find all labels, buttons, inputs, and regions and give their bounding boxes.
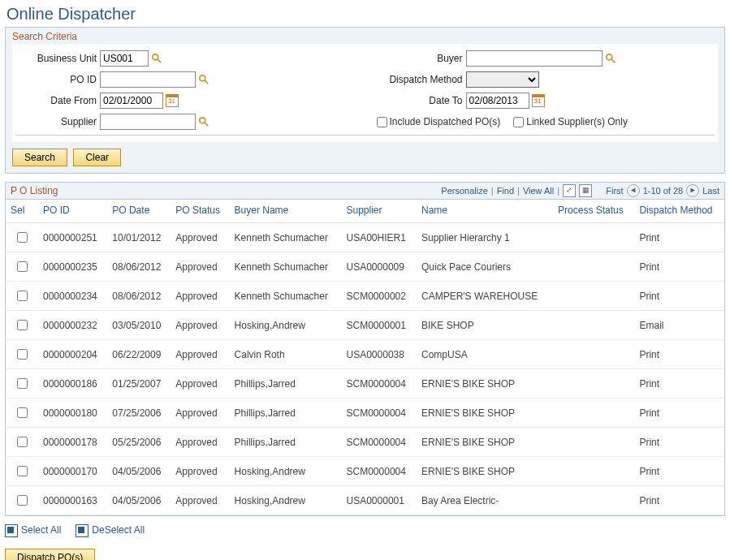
cell-po-id: 0000000186 (38, 369, 107, 398)
date-to-input[interactable] (466, 93, 529, 109)
po-id-label: PO ID (15, 74, 100, 85)
cell-supplier: SCM0000004 (342, 428, 417, 457)
cell-process-status (553, 457, 634, 486)
cell-po-id: 0000000178 (38, 428, 107, 457)
cell-process-status (553, 369, 634, 398)
cell-po-date: 04/05/2006 (107, 486, 171, 515)
cell-name: ERNIE'S BIKE SHOP (417, 369, 553, 398)
find-link[interactable]: Find (497, 186, 514, 196)
first-label[interactable]: First (606, 186, 623, 196)
lookup-icon[interactable] (198, 116, 209, 127)
last-label[interactable]: Last (702, 186, 719, 196)
table-row: 000000025110/01/2012ApprovedKenneth Schu… (6, 223, 724, 252)
row-select-checkbox[interactable] (17, 495, 28, 506)
next-icon[interactable]: ► (686, 184, 699, 197)
col-dispatch-method[interactable]: Dispatch Method (634, 200, 724, 223)
view-all-link[interactable]: View All (523, 186, 554, 196)
supplier-input[interactable] (100, 114, 196, 130)
cell-buyer-name: Kenneth Schumacher (230, 252, 342, 282)
page-title: Online Dispatcher (6, 5, 725, 24)
lookup-icon[interactable] (198, 74, 209, 85)
dispatch-method-label: Dispatch Method (365, 74, 466, 85)
cell-buyer-name: Calvin Roth (230, 340, 342, 369)
deselect-all-icon (76, 524, 89, 537)
include-dispatched-checkbox[interactable] (377, 117, 387, 127)
cell-supplier: SCM0000004 (342, 457, 417, 486)
cell-process-status (553, 340, 634, 369)
row-select-checkbox[interactable] (17, 466, 28, 476)
dispatch-pos-button[interactable]: Dispatch PO(s) (5, 549, 95, 560)
cell-dispatch-method: Print (634, 340, 724, 369)
row-select-checkbox[interactable] (17, 349, 28, 360)
zoom-icon[interactable]: ⤢ (563, 184, 576, 197)
cell-supplier: USA0000001 (342, 486, 417, 515)
row-select-checkbox[interactable] (17, 320, 28, 330)
cell-buyer-name: Kenneth Schumacher (230, 282, 342, 311)
cell-dispatch-method: Print (634, 282, 724, 311)
personalize-link[interactable]: Personalize (441, 186, 487, 196)
col-supplier[interactable]: Supplier (342, 200, 417, 223)
cell-process-status (553, 252, 634, 282)
cell-po-status: Approved (171, 486, 229, 515)
lookup-icon[interactable] (151, 53, 162, 64)
svg-line-7 (205, 123, 208, 126)
cell-po-status: Approved (171, 369, 229, 398)
cell-process-status (553, 223, 634, 252)
cell-name: ERNIE'S BIKE SHOP (417, 457, 553, 486)
col-process-status[interactable]: Process Status (553, 200, 634, 223)
grid-icon[interactable]: ▦ (579, 184, 592, 197)
cell-po-date: 03/05/2010 (107, 311, 171, 340)
row-select-checkbox[interactable] (17, 378, 28, 389)
date-from-input[interactable] (100, 93, 163, 109)
cell-po-date: 08/06/2012 (107, 282, 171, 311)
deselect-all-link[interactable]: DeSelect All (76, 524, 145, 537)
col-buyer-name[interactable]: Buyer Name (230, 200, 342, 223)
cell-po-id: 0000000251 (38, 223, 107, 252)
lookup-icon[interactable] (605, 53, 616, 64)
po-listing-panel: P O Listing Personalize | Find | View Al… (5, 182, 725, 516)
table-row: 000000020406/22/2009ApprovedCalvin RothU… (6, 340, 724, 369)
calendar-icon[interactable] (532, 94, 545, 107)
cell-supplier: USA0000009 (342, 252, 417, 282)
search-button[interactable]: Search (12, 149, 67, 166)
row-select-checkbox[interactable] (17, 291, 28, 301)
cell-supplier: SCM0000002 (342, 282, 417, 311)
supplier-label: Supplier (15, 116, 100, 127)
col-name[interactable]: Name (417, 200, 553, 223)
select-all-icon (5, 524, 18, 537)
cell-po-id: 0000000204 (38, 340, 107, 369)
dispatch-method-select[interactable] (466, 71, 539, 88)
select-all-link[interactable]: Select All (5, 524, 61, 537)
cell-po-status: Approved (171, 340, 229, 369)
row-select-checkbox[interactable] (17, 437, 28, 447)
svg-point-6 (200, 118, 205, 123)
cell-process-status (553, 398, 634, 428)
row-select-checkbox[interactable] (17, 261, 28, 272)
table-row: 000000017805/25/2006ApprovedPhillips,Jar… (6, 428, 724, 457)
business-unit-input[interactable] (100, 50, 149, 67)
clear-button[interactable]: Clear (73, 149, 121, 166)
cell-po-status: Approved (171, 457, 229, 486)
cell-dispatch-method: Print (634, 486, 724, 515)
cell-supplier: USA0000038 (342, 340, 417, 369)
cell-dispatch-method: Print (634, 428, 724, 457)
cell-dispatch-method: Print (634, 457, 724, 486)
table-row: 000000023408/06/2012ApprovedKenneth Schu… (6, 282, 724, 311)
row-select-checkbox[interactable] (17, 407, 28, 418)
buyer-input[interactable] (466, 50, 603, 67)
row-select-checkbox[interactable] (17, 232, 28, 243)
buyer-label: Buyer (365, 53, 466, 64)
col-po-id[interactable]: PO ID (38, 200, 107, 223)
col-po-status[interactable]: PO Status (171, 200, 229, 223)
col-po-date[interactable]: PO Date (107, 200, 171, 223)
cell-po-date: 01/25/2007 (107, 369, 171, 398)
svg-line-3 (611, 59, 614, 62)
calendar-icon[interactable] (166, 94, 179, 107)
prev-icon[interactable]: ◄ (627, 184, 640, 197)
cell-po-date: 10/01/2012 (107, 223, 171, 252)
linked-supplier-checkbox[interactable] (513, 117, 524, 127)
cell-po-status: Approved (171, 282, 229, 311)
cell-name: ERNIE'S BIKE SHOP (417, 428, 553, 457)
po-id-input[interactable] (100, 71, 196, 88)
cell-po-id: 0000000163 (38, 486, 107, 515)
